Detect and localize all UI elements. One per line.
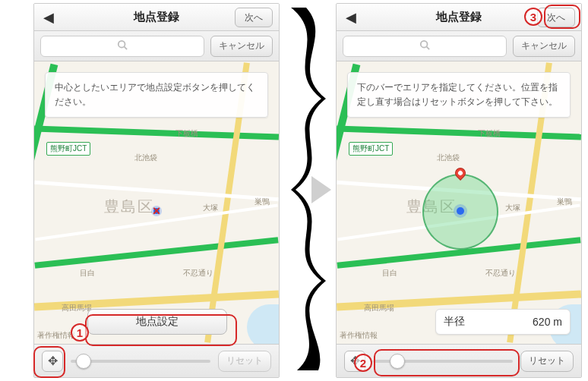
radius-unit: m	[553, 316, 562, 328]
annotation-box-1	[85, 314, 237, 346]
phone-screen-right: ◀ 地点登録 次へ キャンセル	[336, 3, 582, 378]
annotation-box-compass	[33, 346, 65, 378]
map-label: 巣鴨	[254, 197, 270, 207]
svg-point-0	[119, 41, 125, 48]
search-input[interactable]	[343, 36, 507, 57]
map-label: 巣鴨	[557, 197, 572, 207]
map-view[interactable]: 熊野町JCT 豊島区 下板橋 北池袋 巣鴨 大塚 目白 不忍通り 高田馬場 著作…	[337, 61, 581, 344]
radius-slider[interactable]	[71, 351, 210, 372]
back-button[interactable]: ◀	[42, 11, 55, 24]
back-button[interactable]: ◀	[344, 11, 358, 24]
map-center-target: ×	[148, 203, 165, 219]
svg-line-4	[427, 47, 430, 50]
map-label: 不忍通り	[183, 268, 213, 279]
titlebar: ◀ 地点登録 次へ	[34, 4, 279, 31]
svg-line-1	[125, 47, 128, 50]
search-icon	[117, 39, 128, 52]
radius-display: 半径 620 m	[435, 309, 571, 335]
instruction-message: 下のバーでエリアを指定してください。位置を指定し直す場合はリセットボタンを押して…	[347, 72, 571, 118]
svg-marker-2	[311, 176, 331, 203]
map-label: 下板橋	[175, 128, 198, 139]
map-label: 北池袋	[134, 153, 157, 163]
transition-arrow-icon	[311, 176, 331, 206]
reset-button[interactable]: リセット	[520, 351, 574, 372]
radius-label: 半径	[444, 315, 465, 329]
map-label: 下板橋	[478, 128, 501, 139]
map-label-jct: 熊野町JCT	[46, 142, 90, 156]
radius-value: 620	[533, 316, 550, 328]
annotation-box-2	[374, 349, 520, 376]
map-label-jct: 熊野町JCT	[349, 142, 393, 156]
map-label: 大塚	[505, 203, 520, 213]
search-input[interactable]	[40, 36, 204, 57]
instruction-message: 中心としたいエリアで地点設定ボタンを押してください。	[45, 72, 268, 118]
reset-button[interactable]: リセット	[218, 351, 271, 372]
svg-point-3	[421, 41, 428, 48]
search-cancel-button[interactable]: キャンセル	[210, 36, 273, 57]
page-title: 地点登録	[436, 10, 482, 24]
annotation-box-3	[544, 5, 580, 29]
map-view[interactable]: 熊野町JCT 豊島区 下板橋 北池袋 巣鴨 大塚 目白 不忍通り 高田馬場 著作…	[34, 61, 279, 344]
search-row: キャンセル	[337, 31, 581, 61]
search-cancel-button[interactable]: キャンセル	[513, 36, 575, 57]
annotation-1: 1	[71, 323, 89, 342]
map-credit: 著作権情報	[37, 330, 75, 341]
search-row: キャンセル	[34, 31, 279, 61]
annotation-3: 3	[524, 8, 542, 26]
map-label: 高田馬場	[364, 303, 394, 313]
map-label: 目白	[382, 268, 397, 279]
map-label: 目白	[80, 268, 95, 279]
next-button[interactable]: 次へ	[235, 8, 273, 27]
search-icon	[419, 39, 430, 52]
current-location-dot	[457, 207, 464, 215]
map-label: 北池袋	[437, 153, 460, 163]
footer-bar: ✥ リセット	[34, 344, 279, 377]
map-credit: 著作権情報	[340, 330, 378, 341]
annotation-2: 2	[354, 354, 372, 372]
map-label-district: 豊島区	[104, 197, 154, 217]
map-label: 不忍通り	[485, 268, 516, 279]
page-title: 地点登録	[134, 10, 179, 24]
map-label: 大塚	[203, 203, 218, 213]
